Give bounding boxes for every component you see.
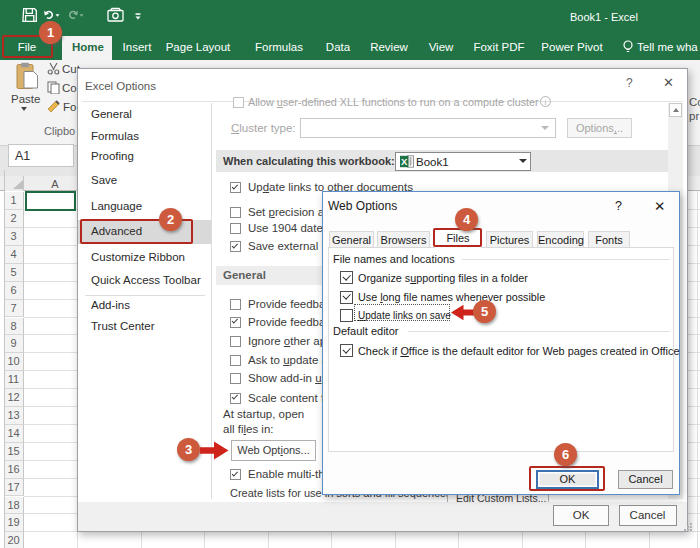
svg-text:X: X — [401, 156, 408, 167]
